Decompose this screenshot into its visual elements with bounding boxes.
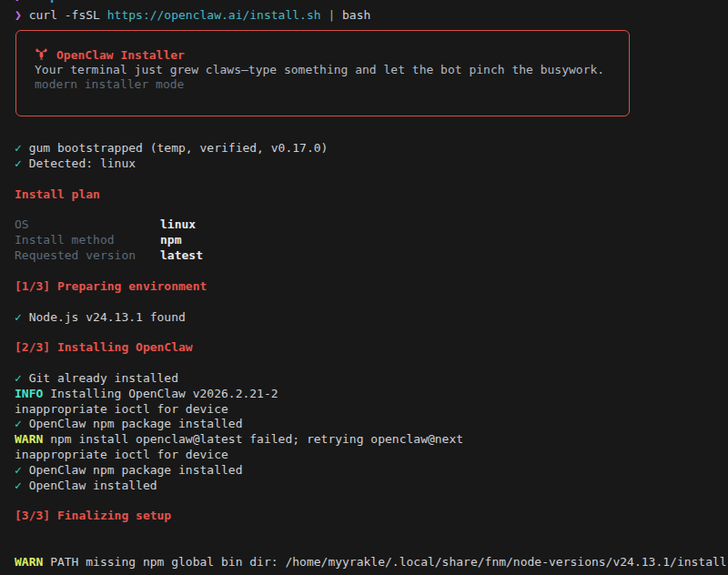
- terminal-line: [15, 524, 728, 540]
- text-segment: PATH missing npm global bin dir: /home/m…: [43, 555, 726, 569]
- text-segment: [3/3] Finalizing setup: [15, 509, 171, 522]
- terminal-line: [15, 203, 728, 218]
- text-segment: .: [57, 0, 72, 3]
- terminal-line: [15, 172, 728, 187]
- plan-row: Install methodnpm: [15, 233, 728, 248]
- plan-label: OS: [15, 217, 160, 233]
- plan-label: Requested version: [15, 248, 160, 264]
- check-icon: ✓: [15, 479, 29, 492]
- section-heading: [2/3] Installing OpenClaw: [15, 340, 728, 356]
- terminal-line: inappropriate ioctl for device: [15, 402, 728, 418]
- plan-value: linux: [160, 217, 196, 231]
- terminal-line: ✓ OpenClaw npm package installed: [15, 463, 728, 479]
- banner-mode: modern installer mode: [35, 77, 612, 93]
- banner-tagline: Your terminal just grew claws—type somet…: [35, 63, 612, 78]
- terminal-line: ✓ OpenClaw installed: [15, 479, 728, 494]
- terminal-scrollback-top: ❯ temp . sh❯ curl -fsSL https://openclaw…: [15, 0, 728, 24]
- check-icon: ✓: [15, 417, 29, 430]
- text-segment: npm install openclaw@latest failed; retr…: [43, 432, 463, 446]
- text-segment: inappropriate ioctl for device: [15, 448, 228, 461]
- check-icon: ✓: [15, 371, 29, 385]
- text-segment: sh: [72, 0, 93, 3]
- terminal-line: WARN PATH missing npm global bin dir: /h…: [15, 555, 728, 570]
- text-segment: Install plan: [15, 187, 100, 201]
- text-segment: OpenClaw installed: [29, 479, 157, 492]
- text-segment: gum bootstrapped (temp, verified, v0.17.…: [29, 141, 329, 155]
- terminal-line: ✓ gum bootstrapped (temp, verified, v0.1…: [15, 141, 728, 156]
- section-heading: [1/3] Preparing environment: [15, 279, 728, 295]
- lobster-icon: [35, 47, 48, 61]
- warn-badge: WARN: [15, 555, 43, 569]
- terminal-line: WARN npm install openclaw@latest failed;…: [15, 432, 728, 448]
- terminal-line: INFO Installing OpenClaw v2026.2.21-2: [15, 387, 728, 402]
- terminal-line: [15, 540, 728, 555]
- check-icon: ✓: [15, 141, 29, 155]
- section-heading: [3/3] Finalizing setup: [15, 509, 728, 524]
- command-text: bash: [335, 8, 370, 22]
- plan-label: Install method: [15, 233, 160, 248]
- command-url: https://openclaw.ai/install.sh: [107, 8, 321, 22]
- terminal-line: ✓ Git already installed: [15, 371, 728, 387]
- text-segment: Detected: linux: [29, 156, 136, 170]
- text-segment: Node.js v24.13.1 found: [29, 310, 186, 324]
- plan-value: npm: [160, 233, 181, 247]
- terminal-line: [15, 356, 728, 371]
- check-icon: ✓: [15, 156, 29, 170]
- text-segment: Git already installed: [29, 371, 178, 385]
- text-segment: Installing OpenClaw v2026.2.21-2: [43, 387, 278, 400]
- command-line: ❯ curl -fsSL https://openclaw.ai/install…: [15, 8, 728, 24]
- terminal-output: ✓ gum bootstrapped (temp, verified, v0.1…: [15, 141, 728, 570]
- terminal-line: ✓ Node.js v24.13.1 found: [15, 310, 728, 326]
- text-segment: inappropriate ioctl for device: [15, 402, 228, 416]
- terminal-line: [15, 325, 728, 340]
- prompt-caret: ❯: [15, 0, 29, 3]
- terminal-line: [15, 494, 728, 509]
- text-segment: [2/3] Installing OpenClaw: [15, 340, 193, 354]
- warn-badge: WARN: [15, 432, 43, 446]
- terminal-line: [15, 295, 728, 310]
- info-badge: INFO: [15, 387, 43, 400]
- check-icon: ✓: [15, 463, 29, 477]
- text-segment: temp: [29, 0, 57, 3]
- plan-row: Requested versionlatest: [15, 248, 728, 264]
- banner-title: OpenClaw Installer: [56, 48, 185, 62]
- terminal-line: inappropriate ioctl for device: [15, 448, 728, 463]
- plan-row: OSlinux: [15, 217, 728, 233]
- terminal-window: ❯ temp . sh❯ curl -fsSL https://openclaw…: [0, 0, 728, 570]
- text-segment: OpenClaw npm package installed: [29, 417, 243, 430]
- previous-prompt-line-clipped: ❯ temp . sh: [15, 0, 728, 5]
- terminal-line: ✓ OpenClaw npm package installed: [15, 417, 728, 432]
- banner-title-line: OpenClaw Installer: [35, 47, 612, 63]
- command-text: curl -fsSL: [29, 8, 107, 22]
- check-icon: ✓: [15, 310, 29, 324]
- text-segment: [1/3] Preparing environment: [15, 279, 207, 293]
- prompt-caret: ❯: [15, 8, 29, 22]
- section-heading: Install plan: [15, 187, 728, 203]
- plan-value: latest: [160, 248, 203, 262]
- text-segment: OpenClaw npm package installed: [29, 463, 243, 477]
- terminal-line: ✓ Detected: linux: [15, 156, 728, 172]
- terminal-line: [15, 264, 728, 279]
- installer-banner-box: OpenClaw Installer Your terminal just gr…: [15, 30, 630, 117]
